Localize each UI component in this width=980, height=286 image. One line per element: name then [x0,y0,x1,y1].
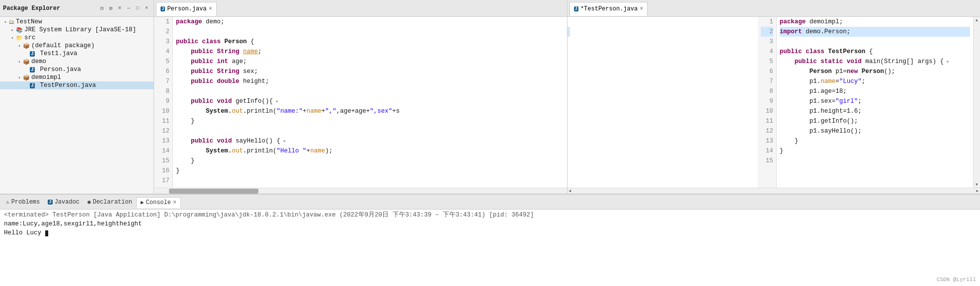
bottom-tab-bar: ⚠ Problems J Javadoc ◉ Declaration ▶ Con… [0,195,980,210]
console-terminated: <terminated> TestPerson [Java Applicatio… [4,211,976,219]
rln-15: 15 [761,156,773,166]
test1-label: Test1.java [36,50,78,57]
person-tab-close[interactable]: × [209,5,212,12]
tree-arrow-person [23,68,30,72]
tab-declaration[interactable]: ◉ Declaration [83,197,136,207]
javadoc-label: Javadoc [55,199,80,206]
ln-12: 12 [157,126,169,136]
tree-item-demoimpl[interactable]: ▾ 📦 demoimpl [0,73,154,81]
file-tree: ▾ 🗂 TestNew ▸ 📚 JRE System Library [Java… [0,17,154,194]
watermark: CSDN @Lyrill [937,275,976,284]
code-left-6: public String sex; [176,67,564,76]
declaration-label: Declaration [93,199,132,206]
sidebar: Package Explorer ⊟ ⊞ ≡ — □ × ▾ 🗂 TestNew… [0,0,154,194]
demoimpl-label: demoimpl [31,74,61,81]
rln-9: 9 [761,96,773,106]
rln-12: 12 [761,126,773,136]
tab-problems[interactable]: ⚠ Problems [2,197,44,207]
tree-item-testperson[interactable]: J TestPerson.java [0,81,154,89]
default-pkg-icon: 📦 [23,43,30,49]
editor-left: J Person.java × 1 2 3 4 5 6 7 8 [154,0,568,194]
tab-console[interactable]: ▶ Console × [136,197,181,208]
tree-arrow-test1 [23,52,30,56]
src-label: src [24,34,36,41]
ln-4: 4 [157,47,169,57]
close-icon[interactable]: × [143,4,151,12]
default-pkg-label: (default package) [31,42,95,49]
ln-8: 8 [157,86,169,96]
code-right-4: public class TestPerson { [780,47,970,57]
tree-arrow-demo: ▾ [16,60,23,64]
code-right-9: p1.sex="girl"; [780,96,970,106]
console-close[interactable]: × [173,199,176,206]
ln-16: 16 [157,166,169,176]
code-left-5: public int age; [176,57,564,67]
editor-right-content[interactable]: 1 2 3 4 5 6 7 8 9 10 11 12 13 14 [568,17,980,188]
rln-13: 13 [761,136,773,146]
code-area-right: 1 2 3 4 5 6 7 8 9 10 11 12 13 14 [568,17,974,188]
person-label: Person.java [36,66,81,73]
tree-item-testnew[interactable]: ▾ 🗂 TestNew [0,18,154,26]
collapse-all-icon[interactable]: ⊟ [98,4,106,12]
rln-3: 3 [761,37,773,47]
ln-3: 3 [157,37,169,47]
code-left-14: System.out.println("Hello "+name); [176,146,564,156]
code-right-12: p1.sayHello(); [780,126,970,136]
demo-label: demo [31,58,46,65]
link-with-editor-icon[interactable]: ⊞ [107,4,115,12]
console-content: <terminated> TestPerson [Java Applicatio… [0,210,980,286]
sidebar-title: Package Explorer [3,5,96,12]
tree-arrow-default-pkg: ▾ [16,44,23,48]
rln-8: 8 [761,86,773,96]
javadoc-icon: J [48,200,52,205]
testperson-label: TestPerson.java [36,82,96,89]
tree-arrow-testnew: ▾ [2,20,9,24]
code-right-13: } [780,136,970,146]
testnew-label: TestNew [16,18,42,25]
tree-arrow-src: ▾ [9,36,16,40]
code-lines-left[interactable]: package demo; public class Person { publ… [173,17,567,188]
rln-6: 6 [761,67,773,76]
right-horiz-scrollbar[interactable]: ◄ ► [568,188,980,194]
tree-item-demo[interactable]: ▾ 📦 demo [0,58,154,66]
right-vertical-scrollbar[interactable]: ▲ ▼ [973,17,980,188]
editor-right-tabbar: J *TestPerson.java × [568,0,980,17]
code-left-15: } [176,156,564,166]
tree-item-test1[interactable]: J Test1.java [0,50,154,58]
horiz-scrollbar-left[interactable] [154,188,567,194]
code-left-7: public double height; [176,76,564,86]
tree-item-src[interactable]: ▾ 📁 src [0,34,154,42]
tab-person-java[interactable]: J Person.java × [156,2,217,16]
maximize-icon[interactable]: □ [134,4,142,12]
minimize-icon[interactable]: — [125,4,133,12]
code-lines-right[interactable]: package demoimpl; import demo.Person; pu… [777,17,973,188]
tab-javadoc[interactable]: J Javadoc [44,197,83,207]
tree-item-person[interactable]: J Person.java [0,66,154,73]
code-left-2 [176,27,564,37]
code-right-6: Person p1=new Person(); [780,67,970,76]
code-left-17 [176,176,564,186]
tree-item-default-pkg[interactable]: ▾ 📦 (default package) [0,42,154,50]
horiz-thumb-left[interactable] [169,189,258,194]
ln-1: 1 [157,17,169,27]
demoimpl-icon: 📦 [23,74,30,81]
code-left-8 [176,86,564,96]
editor-left-content[interactable]: 1 2 3 4 5 6 7 8 9 10 11 12 13 14 [154,17,567,188]
jre-icon: 📚 [16,27,23,33]
rln-4: 4 [761,47,773,57]
testperson-icon: J [30,83,35,88]
rln-7: 7 [761,76,773,86]
tree-item-jre[interactable]: ▸ 📚 JRE System Library [JavaSE-18] [0,26,154,34]
code-right-7: p1.name="Lucy"; [780,76,970,86]
testperson-tab-close[interactable]: × [640,5,643,12]
code-left-9: public void getInfo(){ ● [176,96,564,106]
console-line1: name:Lucy,age18,sexgirl1,heightheight [4,219,976,228]
ln-17: 17 [157,176,169,186]
tree-arrow-jre: ▸ [9,28,16,32]
code-right-5: public static void main(String[] args) {… [780,57,970,67]
rln-10: 10 [761,106,773,116]
menu-icon[interactable]: ≡ [116,4,124,12]
tab-testperson-java[interactable]: J *TestPerson.java × [570,2,648,16]
rln-14: 14 [761,146,773,156]
code-left-10: System.out.println("name:"+name+",",age+… [176,106,564,116]
